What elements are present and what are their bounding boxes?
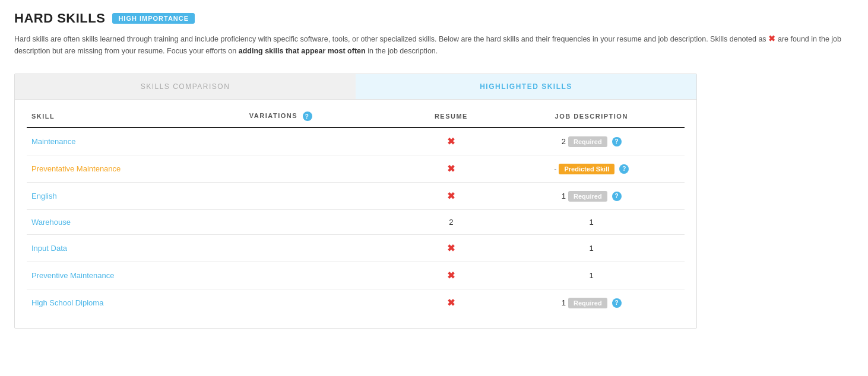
table-row: Warehouse21 [27, 210, 685, 235]
skill-name-link[interactable]: Preventative Maintenance [31, 164, 121, 173]
page-title: HARD SKILLS [14, 11, 105, 26]
skill-resume-value: 2 [404, 210, 498, 235]
table-row: Preventative Maintenance✖-Predicted Skil… [27, 155, 685, 183]
desc-bold: adding skills that appear most often [239, 47, 366, 55]
col-header-variations: VARIATIONS ? [245, 106, 404, 128]
skill-jobdesc-value: 1 [498, 262, 685, 289]
table-row: English✖1Required? [27, 183, 685, 210]
skill-resume-value: ✖ [404, 235, 498, 262]
required-badge: Required [568, 298, 607, 308]
skill-variations [245, 289, 404, 317]
col-header-jobdesc: JOB DESCRIPTION [498, 106, 685, 128]
col-header-resume: RESUME [404, 106, 498, 128]
skill-resume-value: ✖ [404, 155, 498, 183]
table-row: Maintenance✖2Required? [27, 128, 685, 155]
missing-x-icon: ✖ [447, 270, 455, 281]
skill-name-link[interactable]: Warehouse [31, 218, 71, 227]
skill-jobdesc-value: 1 [498, 235, 685, 262]
desc-x-symbol: ✖ [768, 34, 778, 43]
skill-variations [245, 128, 404, 155]
skill-variations [245, 235, 404, 262]
jobdesc-count: 1 [590, 218, 594, 227]
table-header-row: SKILL VARIATIONS ? RESUME JOB DESCRIPTIO… [27, 106, 685, 128]
skills-table: SKILL VARIATIONS ? RESUME JOB DESCRIPTIO… [27, 106, 685, 316]
skill-name-link[interactable]: Input Data [31, 244, 67, 253]
missing-x-icon: ✖ [447, 136, 455, 146]
skill-jobdesc-value: 1Required? [498, 183, 685, 210]
skills-tabs-container: SKILLS COMPARISON HIGHLIGHTED SKILLS SKI… [14, 74, 697, 329]
jobdesc-count: 2 [562, 137, 566, 146]
jobdesc-count: - [554, 164, 556, 173]
required-help-icon[interactable]: ? [612, 298, 622, 308]
skill-name-link[interactable]: High School Diploma [31, 298, 103, 307]
header-row: HARD SKILLS HIGH IMPORTANCE [14, 11, 854, 26]
skill-variations [245, 155, 404, 183]
high-importance-badge: HIGH IMPORTANCE [112, 13, 195, 24]
tabs-header: SKILLS COMPARISON HIGHLIGHTED SKILLS [15, 74, 696, 100]
skill-variations [245, 183, 404, 210]
table-row: Preventive Maintenance✖1 [27, 262, 685, 289]
description-text: Hard skills are often skills learned thr… [14, 32, 845, 57]
skill-resume-value: ✖ [404, 183, 498, 210]
missing-x-icon: ✖ [447, 298, 455, 308]
table-section: SKILL VARIATIONS ? RESUME JOB DESCRIPTIO… [15, 100, 696, 328]
jobdesc-count: 1 [590, 271, 594, 280]
table-row: Input Data✖1 [27, 235, 685, 262]
missing-x-icon: ✖ [447, 164, 455, 174]
table-row: High School Diploma✖1Required? [27, 289, 685, 317]
jobdesc-count: 1 [562, 298, 566, 307]
skill-resume-value: ✖ [404, 289, 498, 317]
jobdesc-count: 1 [562, 192, 566, 200]
page-container: HARD SKILLS HIGH IMPORTANCE Hard skills … [0, 0, 868, 376]
predicted-skill-badge: Predicted Skill [559, 164, 614, 174]
desc-end: in the job description. [368, 47, 438, 55]
skill-variations [245, 262, 404, 289]
required-help-icon[interactable]: ? [612, 137, 622, 146]
skill-jobdesc-value: 1Required? [498, 289, 685, 317]
required-badge: Required [568, 136, 607, 147]
desc-before-x: Hard skills are often skills learned thr… [14, 35, 766, 43]
skill-name-link[interactable]: Maintenance [31, 137, 75, 146]
required-badge: Required [568, 191, 607, 202]
missing-x-icon: ✖ [447, 191, 455, 201]
skill-name-link[interactable]: English [31, 192, 57, 200]
skill-resume-value: ✖ [404, 262, 498, 289]
col-header-skill: SKILL [27, 106, 245, 128]
missing-x-icon: ✖ [447, 243, 455, 253]
skill-jobdesc-value: -Predicted Skill? [498, 155, 685, 183]
jobdesc-count: 1 [590, 244, 594, 253]
variations-help-icon[interactable]: ? [303, 111, 312, 121]
skill-jobdesc-value: 1 [498, 210, 685, 235]
skill-jobdesc-value: 2Required? [498, 128, 685, 155]
predicted-help-icon[interactable]: ? [619, 164, 629, 174]
tab-highlighted-skills[interactable]: HIGHLIGHTED SKILLS [356, 74, 696, 99]
skill-resume-value: ✖ [404, 128, 498, 155]
skill-name-link[interactable]: Preventive Maintenance [31, 271, 114, 280]
required-help-icon[interactable]: ? [612, 192, 622, 201]
skill-variations [245, 210, 404, 235]
tab-skills-comparison[interactable]: SKILLS COMPARISON [15, 74, 356, 99]
